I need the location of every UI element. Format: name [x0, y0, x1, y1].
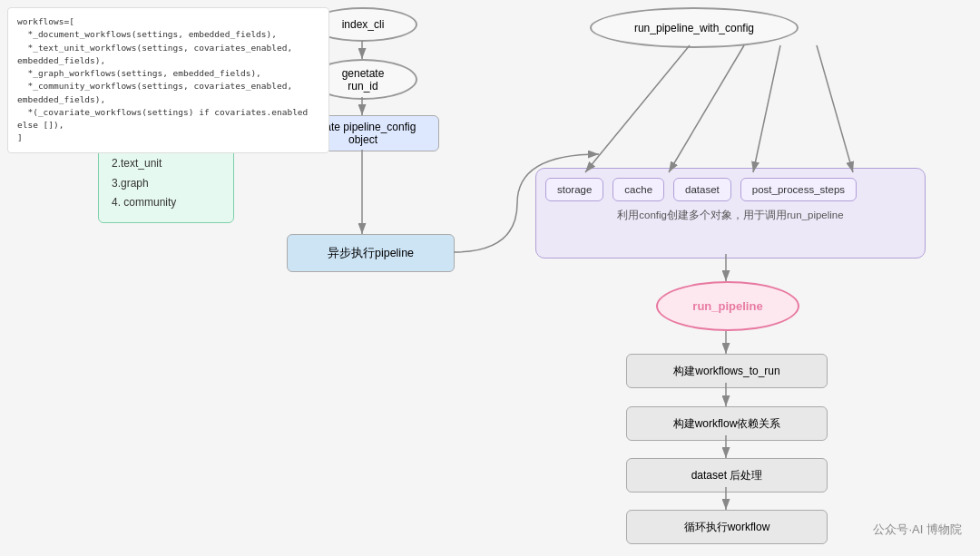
svg-line-5 — [585, 45, 690, 172]
code-line-1: workflows=[ — [17, 15, 319, 28]
purple-container: storage cache dataset post_process_steps… — [535, 168, 926, 258]
code-block: workflows=[ *_document_workflows(setting… — [7, 7, 329, 153]
svg-line-7 — [753, 45, 780, 172]
node-build-workflows-to-run: 构建workflows_to_run — [626, 354, 828, 388]
canvas: workflows=[ *_document_workflows(setting… — [0, 0, 980, 556]
note-item-4: 4. community — [112, 193, 220, 213]
node-run-pipeline-with-config: run_pipeline_with_config — [590, 7, 799, 48]
purple-container-label: 利用config创建多个对象，用于调用run_pipeline — [545, 209, 916, 222]
node-storage: storage — [545, 178, 603, 201]
node-post-process-steps: post_process_steps — [740, 178, 857, 201]
node-build-workflow-deps: 构建workflow依赖关系 — [626, 406, 828, 441]
code-line-6: *(_covariate_workflows(settings) if cova… — [17, 106, 319, 132]
code-line-2: *_document_workflows(settings, embedded_… — [17, 28, 319, 41]
code-line-5: *_community_workflows(settings, covariat… — [17, 80, 319, 106]
watermark: 公众号·AI 博物院 — [873, 522, 962, 538]
svg-line-8 — [817, 45, 853, 172]
node-run-pipeline: run_pipeline — [656, 281, 799, 331]
node-cache: cache — [612, 178, 664, 201]
svg-line-6 — [669, 45, 744, 172]
code-line-7: ] — [17, 132, 319, 144]
note-item-3: 3.graph — [112, 174, 220, 194]
node-dataset: dataset — [673, 178, 731, 201]
code-line-4: *_graph_workflows(settings, embedded_fie… — [17, 67, 319, 80]
node-async-pipeline: 异步执行pipeline — [287, 234, 455, 272]
note-item-2: 2.text_unit — [112, 154, 220, 174]
node-dataset-post: dataset 后处理 — [626, 458, 828, 493]
node-loop-workflow: 循环执行workflow — [626, 510, 828, 544]
code-line-3: *_text_unit_workflows(settings, covariat… — [17, 42, 319, 68]
